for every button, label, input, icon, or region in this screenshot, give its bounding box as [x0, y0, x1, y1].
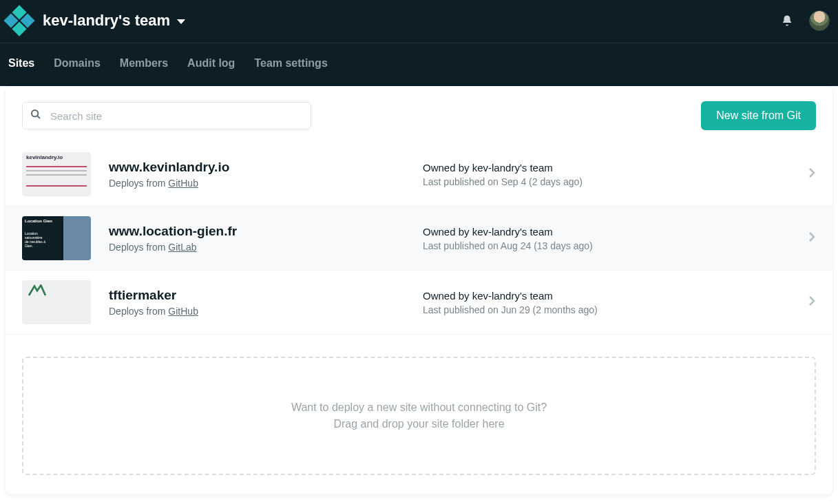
deploy-source-link[interactable]: GitHub: [168, 178, 198, 189]
site-name: www.location-gien.fr: [109, 224, 405, 239]
panel-toolbar: New site from Git: [6, 101, 832, 143]
site-thumbnail: [22, 152, 91, 196]
tab-members[interactable]: Members: [120, 57, 168, 70]
site-name: www.kevinlandry.io: [109, 160, 405, 175]
site-row[interactable]: tftiermakerDeploys from GitHubOwned by k…: [6, 271, 832, 335]
site-owner: Owned by kev-landry's team: [423, 226, 790, 238]
site-meta-col: Owned by kev-landry's teamLast published…: [423, 226, 790, 251]
tab-domains[interactable]: Domains: [54, 57, 101, 70]
chevron-right-icon: [808, 295, 816, 309]
team-name: kev-landry's team: [43, 12, 170, 30]
chevron-right-icon: [808, 167, 816, 181]
dropzone[interactable]: Want to deploy a new site without connec…: [22, 357, 816, 475]
site-thumbnail: [22, 216, 91, 260]
site-deploy-source: Deploys from GitHub: [109, 306, 405, 317]
search-input[interactable]: [22, 102, 311, 129]
topbar: kev-landry's team: [0, 0, 838, 43]
deploy-source-link[interactable]: GitLab: [168, 242, 196, 253]
deploy-source-link[interactable]: GitHub: [168, 306, 198, 317]
site-thumbnail: [22, 280, 91, 324]
app-header: kev-landry's team SitesDomainsMembersAud…: [0, 0, 838, 86]
chevron-down-icon: [177, 19, 185, 24]
site-owner: Owned by kev-landry's team: [423, 290, 790, 302]
notifications-button[interactable]: [775, 8, 799, 33]
chevron-right-icon: [808, 231, 816, 245]
new-site-from-git-button[interactable]: New site from Git: [701, 101, 816, 130]
dropzone-line2: Drag and drop your site folder here: [333, 418, 504, 430]
search-wrap: [22, 102, 311, 129]
site-last-published: Last published on Sep 4 (2 days ago): [423, 176, 790, 187]
site-meta-col: Owned by kev-landry's teamLast published…: [423, 162, 790, 187]
tab-audit-log[interactable]: Audit log: [187, 57, 235, 70]
site-main-col: www.kevinlandry.ioDeploys from GitHub: [109, 160, 405, 189]
site-row[interactable]: www.location-gien.frDeploys from GitLabO…: [6, 207, 832, 271]
avatar[interactable]: [809, 10, 830, 31]
tab-sites[interactable]: Sites: [8, 57, 34, 70]
netlify-logo-icon[interactable]: [3, 5, 34, 36]
site-last-published: Last published on Jun 29 (2 months ago): [423, 304, 790, 315]
search-icon: [30, 109, 41, 123]
tab-team-settings[interactable]: Team settings: [254, 57, 327, 70]
dropzone-line1: Want to deploy a new site without connec…: [291, 401, 547, 414]
svg-line-1: [37, 116, 40, 118]
site-deploy-source: Deploys from GitLab: [109, 242, 405, 253]
site-main-col: www.location-gien.frDeploys from GitLab: [109, 224, 405, 253]
site-row[interactable]: www.kevinlandry.ioDeploys from GitHubOwn…: [6, 143, 832, 207]
primary-tabs: SitesDomainsMembersAudit logTeam setting…: [0, 43, 838, 86]
team-selector[interactable]: kev-landry's team: [43, 12, 185, 30]
sites-panel: New site from Git www.kevinlandry.ioDepl…: [6, 86, 832, 494]
bell-icon: [781, 14, 793, 27]
site-meta-col: Owned by kev-landry's teamLast published…: [423, 290, 790, 315]
site-main-col: tftiermakerDeploys from GitHub: [109, 288, 405, 317]
site-deploy-source: Deploys from GitHub: [109, 178, 405, 189]
site-owner: Owned by kev-landry's team: [423, 162, 790, 174]
site-last-published: Last published on Aug 24 (13 days ago): [423, 240, 790, 251]
site-list: www.kevinlandry.ioDeploys from GitHubOwn…: [6, 143, 832, 335]
svg-point-0: [32, 110, 38, 116]
site-name: tftiermaker: [109, 288, 405, 303]
